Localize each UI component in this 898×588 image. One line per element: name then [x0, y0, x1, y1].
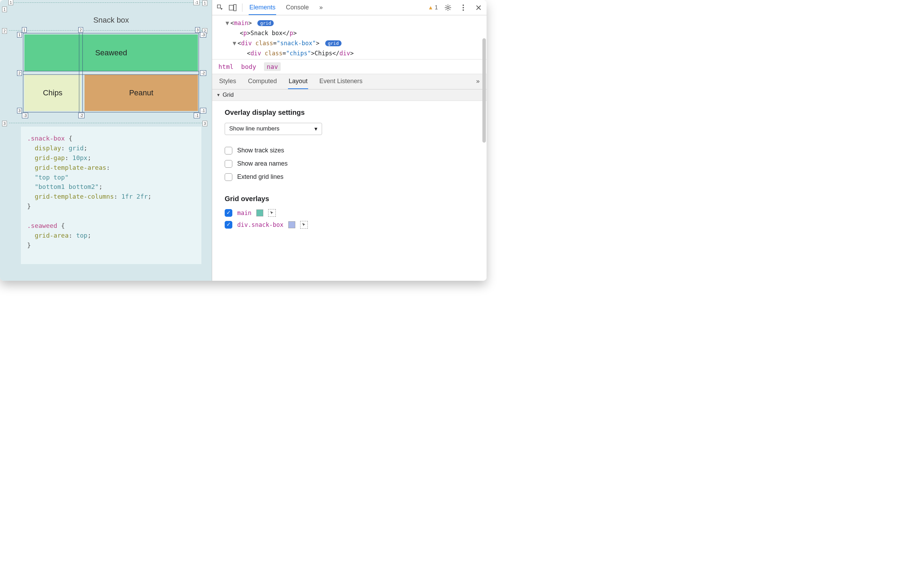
setting-checkbox-row: Show area names [224, 160, 474, 168]
overlay-display-settings-title: Overlay display settings [224, 109, 474, 117]
subtab-computed[interactable]: Computed [247, 74, 278, 89]
reveal-element-icon[interactable] [268, 209, 276, 217]
dom-tree[interactable]: ▼<main> grid <p>Snack box</p> ▼<div clas… [212, 15, 487, 60]
checkbox-label: Show track sizes [237, 147, 284, 154]
svg-rect-0 [229, 5, 234, 10]
svg-rect-1 [234, 5, 236, 11]
checkbox[interactable] [224, 147, 232, 154]
subtab-styles[interactable]: Styles [218, 74, 237, 89]
section-grid-header[interactable]: ▼ Grid [212, 89, 487, 101]
disclosure-triangle-icon: ▼ [216, 92, 220, 97]
grid-overlay-snack-box: 1 2 3 -3 -2 -1 1 2 3 -3 -2 -1 [23, 33, 199, 112]
devtools-panel: Elements Console » ▲ 1 ▼<main> grid <p>S… [212, 0, 487, 281]
warning-icon: ▲ [428, 5, 434, 11]
breadcrumb: html body nav [212, 60, 487, 74]
layout-body: Overlay display settings Show line numbe… [212, 101, 487, 240]
setting-checkbox-row: Extend grid lines [224, 173, 474, 181]
line-numbers-select[interactable]: Show line numbers ▾ [224, 123, 322, 135]
scrollbar[interactable] [482, 0, 486, 281]
crumb-nav[interactable]: nav [264, 62, 281, 71]
inspect-icon[interactable] [215, 2, 225, 13]
crumb-html[interactable]: html [218, 63, 234, 70]
color-swatch[interactable] [256, 209, 263, 216]
chevron-down-icon: ▾ [314, 125, 318, 132]
crumb-body[interactable]: body [241, 63, 256, 70]
checkbox-label: Show area names [237, 160, 288, 167]
checkbox-label: Extend grid lines [237, 173, 283, 180]
svg-point-2 [447, 6, 449, 8]
grid-overlay-row: div.snack-box [224, 221, 474, 229]
checkbox[interactable] [224, 173, 232, 181]
devtools-toolbar: Elements Console » ▲ 1 [212, 0, 487, 15]
tab-more[interactable]: » [318, 0, 323, 15]
kebab-icon[interactable] [458, 2, 469, 13]
svg-line-8 [449, 9, 450, 10]
reveal-element-icon[interactable] [300, 221, 308, 229]
svg-line-7 [446, 5, 447, 6]
grid-overlay-row: main [224, 209, 474, 217]
device-toggle-icon[interactable] [228, 2, 238, 13]
color-swatch[interactable] [288, 221, 295, 228]
svg-line-10 [446, 9, 447, 10]
grid-overlays-title: Grid overlays [224, 195, 474, 203]
page-preview: Snack box Seaweed Chips Peanut 1 -1 1 2 … [0, 0, 212, 281]
css-code-block: .snack-box { display: grid; grid-gap: 10… [21, 127, 201, 264]
checkbox[interactable] [224, 160, 232, 168]
setting-checkbox-row: Show track sizes [224, 147, 474, 154]
gear-icon[interactable] [443, 2, 453, 13]
tab-elements[interactable]: Elements [249, 0, 276, 15]
overlay-label[interactable]: main [237, 209, 251, 216]
styles-subtabs: Styles Computed Layout Event Listeners » [212, 74, 487, 89]
subtab-event-listeners[interactable]: Event Listeners [318, 74, 363, 89]
tab-console[interactable]: Console [285, 0, 309, 15]
scrollbar-thumb[interactable] [482, 38, 486, 143]
svg-point-12 [463, 7, 464, 8]
subtab-more[interactable]: » [475, 74, 480, 89]
select-value: Show line numbers [229, 125, 280, 132]
subtab-layout[interactable]: Layout [288, 74, 308, 89]
svg-line-9 [449, 5, 450, 6]
svg-point-13 [463, 9, 464, 11]
checkbox[interactable] [224, 221, 232, 229]
section-grid-label: Grid [223, 91, 234, 99]
main-tabs: Elements Console » [249, 0, 323, 15]
svg-point-11 [463, 5, 464, 6]
warning-count[interactable]: ▲ 1 [428, 5, 438, 11]
overlay-label[interactable]: div.snack-box [237, 221, 283, 228]
checkbox[interactable] [224, 209, 232, 217]
